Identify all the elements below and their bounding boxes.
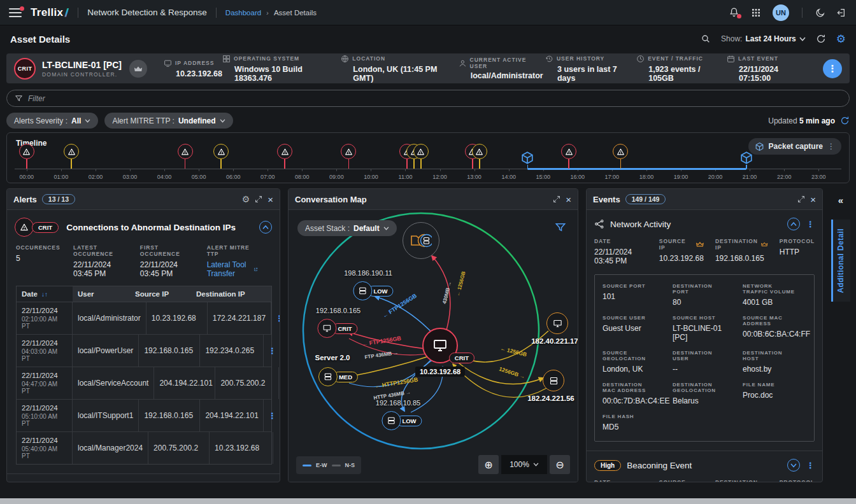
table-header-row: Date↓↑ User Source IP Destination IP (17, 286, 271, 302)
cell-destination-ip: 10.23.192.68 (210, 432, 273, 464)
col-source-ip[interactable]: Source IP (130, 286, 191, 302)
crown-icon (696, 241, 704, 248)
map-node-med-1[interactable]: MED (318, 367, 358, 386)
timeline-alert-marker[interactable] (213, 144, 229, 169)
timeline-hour-label: 10:00 (364, 174, 378, 180)
severity-filter-pill[interactable]: Alerts Severity :All (6, 113, 98, 129)
mitre-filter-label: Alert MITRE TTP : (112, 116, 175, 125)
timeline-alert-marker[interactable] (561, 144, 576, 169)
brand-logo[interactable]: Trellix (31, 6, 69, 19)
map-node-center[interactable]: CRIT (422, 328, 458, 363)
timeline-capture-marker[interactable] (520, 151, 534, 169)
timeline-hour-label: 11:00 (399, 174, 413, 180)
col-user[interactable]: User (73, 286, 130, 302)
additional-detail-tab[interactable]: Additional Detail (831, 220, 850, 302)
asset-stack-node[interactable] (403, 222, 439, 259)
logout-icon[interactable] (837, 8, 847, 18)
alerts-expand-icon[interactable] (255, 195, 262, 203)
map-node-crit-1[interactable]: CRIT (317, 319, 357, 338)
map-close-icon[interactable]: × (566, 195, 571, 204)
timeline-tick (199, 169, 199, 171)
asset-actions-button[interactable]: ⋮ (823, 59, 842, 78)
node-label: 192.168.10.85 (376, 399, 420, 407)
show-value: Last 24 Hours (745, 34, 795, 43)
timeline-alert-marker[interactable] (613, 144, 628, 169)
detail-field: FILE HASHMD5 (603, 414, 657, 431)
zoom-out-button[interactable]: ⊖ (550, 455, 570, 474)
cell-date: 22/11/202405:40:00 AM PT (17, 432, 73, 464)
mitre-ttp-link[interactable]: Lateral Tool Transfer (207, 260, 258, 278)
monitor-icon (317, 319, 336, 338)
refresh-icon[interactable] (816, 34, 826, 44)
row-menu-button[interactable]: ⋮ (275, 314, 280, 323)
table-row[interactable]: 22/11/202404:03:00 AM PT local/PowerUser… (17, 335, 271, 367)
server-icon (543, 370, 564, 391)
network-activity-collapse[interactable] (787, 218, 800, 230)
edge-label: 1256GB → (498, 365, 526, 380)
beaconing-menu[interactable]: ⋮ (806, 461, 815, 470)
timeline-alert-marker[interactable] (178, 144, 193, 169)
apps-grid-icon[interactable] (751, 8, 761, 18)
history-icon (545, 55, 553, 63)
event-summary-field: PROTOCOL HTTP (780, 238, 815, 265)
zoom-in-button[interactable]: ⊕ (478, 455, 499, 474)
time-range-select[interactable]: Show: Last 24 Hours (721, 34, 806, 43)
table-row[interactable]: 22/11/202405:40:00 AM PT local/Manager20… (17, 432, 271, 464)
table-row[interactable]: 22/11/202404:47:00 AM PT local/ServiceAc… (17, 367, 271, 400)
events-close-icon[interactable]: × (810, 195, 816, 204)
alert-collapse-button[interactable] (259, 221, 272, 234)
crown-icon (761, 241, 767, 248)
col-destination-ip[interactable]: Destination IP (191, 286, 255, 302)
map-node-remote-2[interactable] (543, 370, 564, 391)
additional-detail-label: Additional Detail (836, 228, 845, 293)
crown-button[interactable] (129, 60, 147, 78)
cell-source-ip: 204.194.22.101 (154, 367, 215, 399)
row-menu-button[interactable]: ⋮ (268, 411, 276, 421)
timeline-alert-marker[interactable] (472, 144, 487, 169)
map-filter-icon[interactable] (555, 221, 566, 233)
alerts-close-icon[interactable]: × (268, 195, 273, 204)
filter-input[interactable] (28, 94, 841, 103)
avatar[interactable]: UN (773, 4, 789, 21)
filter-bar[interactable] (6, 90, 850, 107)
alerts-settings-icon[interactable]: ⚙ (242, 194, 250, 204)
map-node-remote-1[interactable] (546, 312, 568, 334)
alerts-count-badge: 13 / 13 (42, 194, 75, 204)
collapse-panel-button[interactable]: « (838, 195, 843, 206)
map-node-low-1[interactable]: LOW (353, 281, 393, 300)
horizontal-scrollbar[interactable] (0, 498, 856, 504)
map-expand-icon[interactable] (553, 195, 560, 203)
beaconing-expand[interactable] (787, 459, 800, 472)
timeline-alert-marker[interactable] (19, 144, 34, 169)
table-row[interactable]: 22/11/202405:10:00 AM PT local/ITSupport… (17, 400, 271, 432)
search-icon[interactable] (701, 34, 711, 44)
detail-field: SOURCE USERGuest User (603, 315, 657, 342)
menu-icon[interactable] (9, 8, 22, 17)
row-menu-button[interactable]: ⋮ (278, 444, 280, 453)
mitre-filter-pill[interactable]: Alert MITRE TTP :Undefined (104, 113, 232, 129)
timeline-alert-marker[interactable] (413, 144, 429, 169)
network-activity-menu[interactable]: ⋮ (806, 220, 815, 229)
events-panel: Events 149 / 149 × Network Activity ⋮ DA… (586, 188, 823, 482)
col-date[interactable]: Date↓↑ (17, 286, 73, 302)
asset-severity-badge: CRIT (14, 58, 36, 80)
dark-mode-icon[interactable] (815, 8, 825, 18)
settings-gear-icon[interactable]: ⚙ (836, 32, 846, 46)
timeline-capture-marker[interactable] (739, 151, 753, 169)
breadcrumb-dashboard[interactable]: Dashboard (225, 9, 261, 17)
timeline-alert-marker[interactable] (341, 144, 356, 169)
zoom-level-select[interactable]: 100% (501, 455, 547, 474)
events-expand-icon[interactable] (797, 195, 805, 203)
timeline-alert-marker[interactable] (64, 144, 79, 169)
sort-icon[interactable]: ↓↑ (41, 291, 48, 298)
cell-destination-ip: 172.24.221.187 (208, 302, 271, 334)
timeline-alert-marker[interactable] (277, 144, 292, 169)
asset-stack-select[interactable]: Asset Stack :Default (297, 220, 397, 236)
page-header: Asset Details Show: Last 24 Hours ⚙ (0, 25, 856, 52)
bell-icon[interactable] (729, 7, 739, 18)
table-row[interactable]: 22/11/202402:10:00 AM PT local/Administr… (17, 302, 271, 335)
row-menu-button[interactable]: ⋮ (268, 346, 276, 356)
cell-destination-ip: 192.234.0.265 (200, 335, 264, 367)
map-node-low-2[interactable]: LOW (382, 411, 422, 430)
refresh-icon[interactable] (840, 116, 850, 125)
